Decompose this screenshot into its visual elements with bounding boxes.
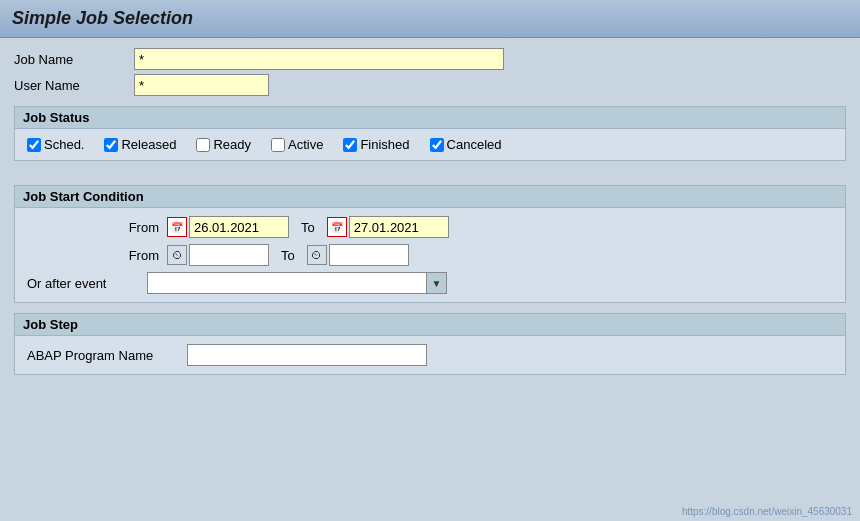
checkbox-released[interactable]: Released: [104, 137, 176, 152]
from-time-input[interactable]: [189, 244, 269, 266]
checkbox-finished-input[interactable]: [343, 138, 357, 152]
main-content: Job Name User Name Job Status Sched. Rel…: [0, 38, 860, 391]
job-status-header: Job Status: [15, 107, 845, 129]
watermark: https://blog.csdn.net/weixin_45630031: [682, 506, 852, 517]
job-status-section: Job Status Sched. Released Ready Active: [14, 106, 846, 161]
checkbox-active-input[interactable]: [271, 138, 285, 152]
job-name-row: Job Name: [14, 48, 846, 70]
checkbox-released-input[interactable]: [104, 138, 118, 152]
time-row: From ⏲ To ⏲: [27, 244, 833, 266]
checkbox-finished[interactable]: Finished: [343, 137, 409, 152]
checkbox-ready-input[interactable]: [196, 138, 210, 152]
user-name-input[interactable]: [134, 74, 269, 96]
job-step-header: Job Step: [15, 314, 845, 336]
to-date-wrapper: 📅: [327, 216, 449, 238]
job-name-label: Job Name: [14, 52, 134, 67]
from-time-clock-icon[interactable]: ⏲: [167, 245, 187, 265]
to-time-clock-icon[interactable]: ⏲: [307, 245, 327, 265]
event-row: Or after event ▼: [27, 272, 833, 294]
checkbox-ready-label: Ready: [213, 137, 251, 152]
date-row-1: From 📅 To 📅: [27, 216, 833, 238]
abap-input[interactable]: [187, 344, 427, 366]
to-time-input[interactable]: [329, 244, 409, 266]
checkbox-released-label: Released: [121, 137, 176, 152]
job-step-body: ABAP Program Name: [15, 336, 845, 374]
abap-row: ABAP Program Name: [27, 344, 833, 366]
checkbox-sched[interactable]: Sched.: [27, 137, 84, 152]
abap-label: ABAP Program Name: [27, 348, 187, 363]
job-start-header: Job Start Condition: [15, 186, 845, 208]
job-status-body: Sched. Released Ready Active Finished: [15, 129, 845, 160]
job-step-section: Job Step ABAP Program Name: [14, 313, 846, 375]
user-name-label: User Name: [14, 78, 134, 93]
event-input[interactable]: [147, 272, 427, 294]
checkbox-sched-input[interactable]: [27, 138, 41, 152]
checkbox-finished-label: Finished: [360, 137, 409, 152]
from-date-label: From: [107, 220, 167, 235]
job-start-section: Job Start Condition From 📅 To 📅 From ⏲: [14, 185, 846, 303]
checkbox-active-label: Active: [288, 137, 323, 152]
checkbox-canceled-label: Canceled: [447, 137, 502, 152]
from-date-input[interactable]: [189, 216, 289, 238]
checkbox-active[interactable]: Active: [271, 137, 323, 152]
to-date-input[interactable]: [349, 216, 449, 238]
from-time-wrapper: ⏲: [167, 244, 269, 266]
user-name-row: User Name: [14, 74, 846, 96]
title-bar: Simple Job Selection: [0, 0, 860, 38]
page-title: Simple Job Selection: [12, 8, 848, 29]
to-date-separator: To: [301, 220, 315, 235]
from-date-wrapper: 📅: [167, 216, 289, 238]
event-label: Or after event: [27, 276, 127, 291]
to-time-wrapper: ⏲: [307, 244, 409, 266]
checkbox-sched-label: Sched.: [44, 137, 84, 152]
from-time-label: From: [107, 248, 167, 263]
checkbox-canceled[interactable]: Canceled: [430, 137, 502, 152]
spacer1: [14, 167, 846, 175]
from-date-calendar-icon[interactable]: 📅: [167, 217, 187, 237]
to-date-calendar-icon[interactable]: 📅: [327, 217, 347, 237]
to-time-separator: To: [281, 248, 295, 263]
job-name-input[interactable]: [134, 48, 504, 70]
checkbox-ready[interactable]: Ready: [196, 137, 251, 152]
job-start-body: From 📅 To 📅 From ⏲ To ⏲: [15, 208, 845, 302]
event-dropdown-btn[interactable]: ▼: [427, 272, 447, 294]
checkbox-row: Sched. Released Ready Active Finished: [27, 137, 833, 152]
checkbox-canceled-input[interactable]: [430, 138, 444, 152]
event-dropdown: ▼: [147, 272, 447, 294]
